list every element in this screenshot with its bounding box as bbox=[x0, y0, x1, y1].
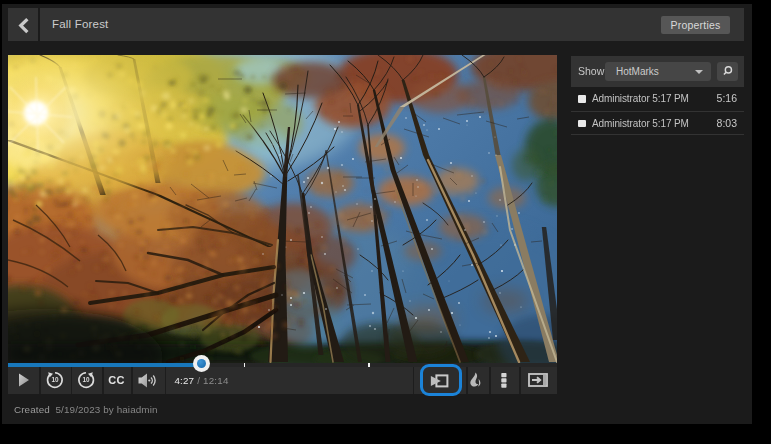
svg-text:10: 10 bbox=[51, 377, 59, 384]
svg-text:10: 10 bbox=[83, 377, 91, 384]
